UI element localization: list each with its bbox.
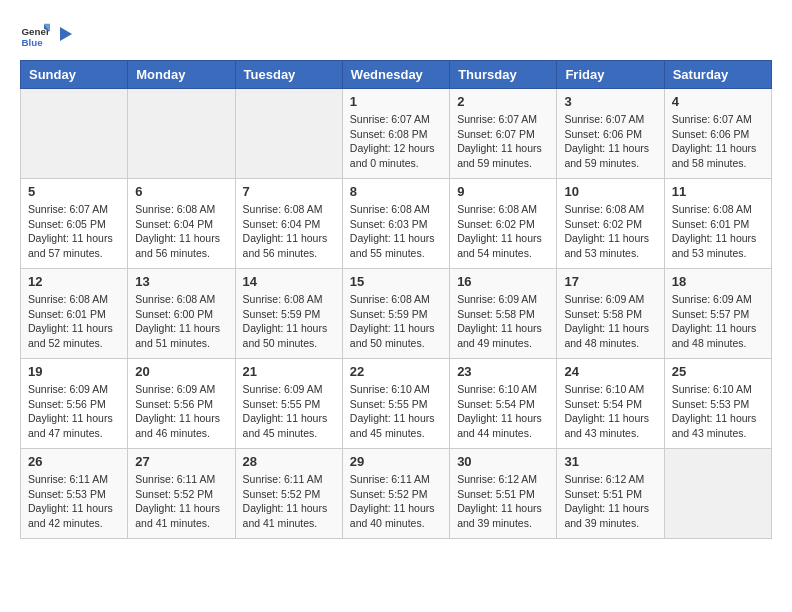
day-number: 25 bbox=[672, 364, 764, 379]
day-number: 13 bbox=[135, 274, 227, 289]
svg-text:Blue: Blue bbox=[22, 37, 44, 48]
calendar-cell: 19Sunrise: 6:09 AM Sunset: 5:56 PM Dayli… bbox=[21, 359, 128, 449]
day-number: 20 bbox=[135, 364, 227, 379]
day-number: 15 bbox=[350, 274, 442, 289]
calendar-table: SundayMondayTuesdayWednesdayThursdayFrid… bbox=[20, 60, 772, 539]
calendar-cell: 14Sunrise: 6:08 AM Sunset: 5:59 PM Dayli… bbox=[235, 269, 342, 359]
calendar-cell bbox=[664, 449, 771, 539]
calendar-cell: 23Sunrise: 6:10 AM Sunset: 5:54 PM Dayli… bbox=[450, 359, 557, 449]
calendar-cell: 1Sunrise: 6:07 AM Sunset: 6:08 PM Daylig… bbox=[342, 89, 449, 179]
calendar-cell: 9Sunrise: 6:08 AM Sunset: 6:02 PM Daylig… bbox=[450, 179, 557, 269]
header-cell-saturday: Saturday bbox=[664, 61, 771, 89]
cell-content: Sunrise: 6:09 AM Sunset: 5:58 PM Dayligh… bbox=[457, 292, 549, 351]
calendar-cell: 13Sunrise: 6:08 AM Sunset: 6:00 PM Dayli… bbox=[128, 269, 235, 359]
week-row-2: 5Sunrise: 6:07 AM Sunset: 6:05 PM Daylig… bbox=[21, 179, 772, 269]
day-number: 16 bbox=[457, 274, 549, 289]
calendar-cell: 15Sunrise: 6:08 AM Sunset: 5:59 PM Dayli… bbox=[342, 269, 449, 359]
header-cell-friday: Friday bbox=[557, 61, 664, 89]
cell-content: Sunrise: 6:07 AM Sunset: 6:05 PM Dayligh… bbox=[28, 202, 120, 261]
cell-content: Sunrise: 6:09 AM Sunset: 5:56 PM Dayligh… bbox=[28, 382, 120, 441]
week-row-5: 26Sunrise: 6:11 AM Sunset: 5:53 PM Dayli… bbox=[21, 449, 772, 539]
day-number: 12 bbox=[28, 274, 120, 289]
calendar-cell bbox=[21, 89, 128, 179]
calendar-cell: 18Sunrise: 6:09 AM Sunset: 5:57 PM Dayli… bbox=[664, 269, 771, 359]
cell-content: Sunrise: 6:10 AM Sunset: 5:55 PM Dayligh… bbox=[350, 382, 442, 441]
cell-content: Sunrise: 6:08 AM Sunset: 5:59 PM Dayligh… bbox=[243, 292, 335, 351]
day-number: 9 bbox=[457, 184, 549, 199]
calendar-cell: 3Sunrise: 6:07 AM Sunset: 6:06 PM Daylig… bbox=[557, 89, 664, 179]
cell-content: Sunrise: 6:12 AM Sunset: 5:51 PM Dayligh… bbox=[457, 472, 549, 531]
cell-content: Sunrise: 6:07 AM Sunset: 6:08 PM Dayligh… bbox=[350, 112, 442, 171]
logo-arrow-icon bbox=[56, 25, 74, 43]
calendar-cell: 16Sunrise: 6:09 AM Sunset: 5:58 PM Dayli… bbox=[450, 269, 557, 359]
week-row-4: 19Sunrise: 6:09 AM Sunset: 5:56 PM Dayli… bbox=[21, 359, 772, 449]
day-number: 29 bbox=[350, 454, 442, 469]
cell-content: Sunrise: 6:08 AM Sunset: 6:02 PM Dayligh… bbox=[564, 202, 656, 261]
cell-content: Sunrise: 6:07 AM Sunset: 6:07 PM Dayligh… bbox=[457, 112, 549, 171]
calendar-cell: 31Sunrise: 6:12 AM Sunset: 5:51 PM Dayli… bbox=[557, 449, 664, 539]
cell-content: Sunrise: 6:08 AM Sunset: 6:04 PM Dayligh… bbox=[135, 202, 227, 261]
calendar-cell: 2Sunrise: 6:07 AM Sunset: 6:07 PM Daylig… bbox=[450, 89, 557, 179]
cell-content: Sunrise: 6:11 AM Sunset: 5:52 PM Dayligh… bbox=[350, 472, 442, 531]
day-number: 21 bbox=[243, 364, 335, 379]
cell-content: Sunrise: 6:08 AM Sunset: 6:01 PM Dayligh… bbox=[28, 292, 120, 351]
day-number: 24 bbox=[564, 364, 656, 379]
day-number: 11 bbox=[672, 184, 764, 199]
header-cell-sunday: Sunday bbox=[21, 61, 128, 89]
header-cell-monday: Monday bbox=[128, 61, 235, 89]
calendar-cell bbox=[128, 89, 235, 179]
cell-content: Sunrise: 6:11 AM Sunset: 5:52 PM Dayligh… bbox=[243, 472, 335, 531]
calendar-cell: 5Sunrise: 6:07 AM Sunset: 6:05 PM Daylig… bbox=[21, 179, 128, 269]
calendar-cell: 25Sunrise: 6:10 AM Sunset: 5:53 PM Dayli… bbox=[664, 359, 771, 449]
day-number: 4 bbox=[672, 94, 764, 109]
cell-content: Sunrise: 6:07 AM Sunset: 6:06 PM Dayligh… bbox=[672, 112, 764, 171]
day-number: 23 bbox=[457, 364, 549, 379]
header-cell-tuesday: Tuesday bbox=[235, 61, 342, 89]
calendar-body: 1Sunrise: 6:07 AM Sunset: 6:08 PM Daylig… bbox=[21, 89, 772, 539]
logo-icon: General Blue bbox=[20, 20, 50, 50]
header-cell-wednesday: Wednesday bbox=[342, 61, 449, 89]
calendar-cell: 24Sunrise: 6:10 AM Sunset: 5:54 PM Dayli… bbox=[557, 359, 664, 449]
day-number: 22 bbox=[350, 364, 442, 379]
calendar-cell: 17Sunrise: 6:09 AM Sunset: 5:58 PM Dayli… bbox=[557, 269, 664, 359]
day-number: 27 bbox=[135, 454, 227, 469]
logo: General Blue bbox=[20, 20, 74, 50]
calendar-header: SundayMondayTuesdayWednesdayThursdayFrid… bbox=[21, 61, 772, 89]
calendar-cell: 10Sunrise: 6:08 AM Sunset: 6:02 PM Dayli… bbox=[557, 179, 664, 269]
calendar-cell bbox=[235, 89, 342, 179]
cell-content: Sunrise: 6:09 AM Sunset: 5:57 PM Dayligh… bbox=[672, 292, 764, 351]
cell-content: Sunrise: 6:08 AM Sunset: 6:04 PM Dayligh… bbox=[243, 202, 335, 261]
cell-content: Sunrise: 6:10 AM Sunset: 5:53 PM Dayligh… bbox=[672, 382, 764, 441]
day-number: 31 bbox=[564, 454, 656, 469]
header-cell-thursday: Thursday bbox=[450, 61, 557, 89]
cell-content: Sunrise: 6:09 AM Sunset: 5:58 PM Dayligh… bbox=[564, 292, 656, 351]
calendar-cell: 27Sunrise: 6:11 AM Sunset: 5:52 PM Dayli… bbox=[128, 449, 235, 539]
cell-content: Sunrise: 6:07 AM Sunset: 6:06 PM Dayligh… bbox=[564, 112, 656, 171]
week-row-1: 1Sunrise: 6:07 AM Sunset: 6:08 PM Daylig… bbox=[21, 89, 772, 179]
day-number: 28 bbox=[243, 454, 335, 469]
cell-content: Sunrise: 6:08 AM Sunset: 6:01 PM Dayligh… bbox=[672, 202, 764, 261]
cell-content: Sunrise: 6:10 AM Sunset: 5:54 PM Dayligh… bbox=[457, 382, 549, 441]
week-row-3: 12Sunrise: 6:08 AM Sunset: 6:01 PM Dayli… bbox=[21, 269, 772, 359]
calendar-cell: 29Sunrise: 6:11 AM Sunset: 5:52 PM Dayli… bbox=[342, 449, 449, 539]
day-number: 26 bbox=[28, 454, 120, 469]
header: General Blue bbox=[20, 20, 772, 50]
calendar-cell: 12Sunrise: 6:08 AM Sunset: 6:01 PM Dayli… bbox=[21, 269, 128, 359]
calendar-cell: 21Sunrise: 6:09 AM Sunset: 5:55 PM Dayli… bbox=[235, 359, 342, 449]
calendar-cell: 4Sunrise: 6:07 AM Sunset: 6:06 PM Daylig… bbox=[664, 89, 771, 179]
day-number: 8 bbox=[350, 184, 442, 199]
day-number: 2 bbox=[457, 94, 549, 109]
cell-content: Sunrise: 6:09 AM Sunset: 5:55 PM Dayligh… bbox=[243, 382, 335, 441]
day-number: 14 bbox=[243, 274, 335, 289]
day-number: 19 bbox=[28, 364, 120, 379]
header-row: SundayMondayTuesdayWednesdayThursdayFrid… bbox=[21, 61, 772, 89]
cell-content: Sunrise: 6:08 AM Sunset: 6:00 PM Dayligh… bbox=[135, 292, 227, 351]
day-number: 5 bbox=[28, 184, 120, 199]
svg-marker-4 bbox=[60, 27, 72, 41]
calendar-cell: 28Sunrise: 6:11 AM Sunset: 5:52 PM Dayli… bbox=[235, 449, 342, 539]
day-number: 6 bbox=[135, 184, 227, 199]
cell-content: Sunrise: 6:08 AM Sunset: 6:02 PM Dayligh… bbox=[457, 202, 549, 261]
cell-content: Sunrise: 6:12 AM Sunset: 5:51 PM Dayligh… bbox=[564, 472, 656, 531]
day-number: 18 bbox=[672, 274, 764, 289]
calendar-cell: 20Sunrise: 6:09 AM Sunset: 5:56 PM Dayli… bbox=[128, 359, 235, 449]
